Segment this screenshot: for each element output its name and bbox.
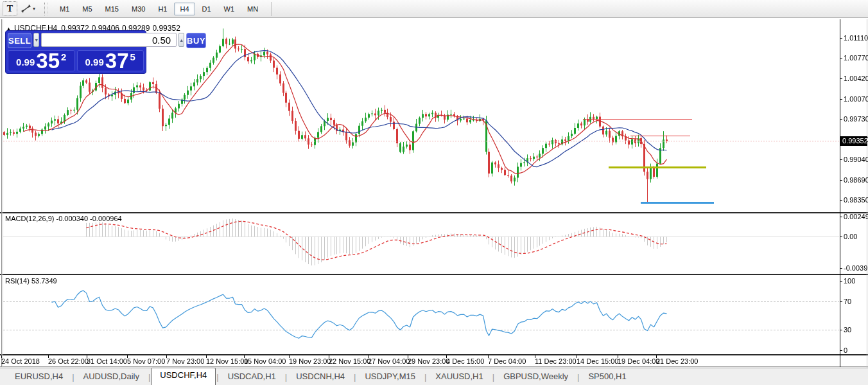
sell-price-prefix: 0.99 xyxy=(16,57,35,67)
chart-tab-usdjpy-m15[interactable]: USDJPY,M15 xyxy=(356,370,424,385)
one-click-trading-panel: SELL ▼ ▲ BUY 0.99 35 2 0.99 37 5 xyxy=(5,30,146,74)
chart-tab-audusd-daily[interactable]: AUDUSD,Daily xyxy=(75,370,148,385)
buy-button[interactable]: BUY xyxy=(186,33,206,48)
time-axis-label: 19 Dec 04:00 xyxy=(618,357,659,365)
price-tick-label: 1.00070 xyxy=(844,95,868,103)
arrows-icon xyxy=(21,4,31,13)
sell-button[interactable]: SELL xyxy=(8,33,31,48)
time-axis-label: 22 Nov 15:00 xyxy=(329,357,370,365)
sell-price-tile[interactable]: 0.99 35 2 xyxy=(8,50,75,71)
timeframe-button-d1[interactable]: D1 xyxy=(196,3,217,15)
rsi-tick-label: 30 xyxy=(844,326,851,334)
time-axis-label: 11 Dec 23:00 xyxy=(535,357,577,365)
rsi-tick-label: 0 xyxy=(844,346,847,354)
price-tick-label: 1.00420 xyxy=(844,75,868,82)
chart-tab-usdcad-h1[interactable]: USDCAD,H1 xyxy=(220,370,284,385)
chart-tab-usdcnh-h4[interactable]: USDCNH,H4 xyxy=(288,370,353,385)
price-tick-label: 1.01110 xyxy=(844,34,868,42)
timeframe-button-w1[interactable]: W1 xyxy=(218,3,241,15)
timeframe-button-m1[interactable]: M1 xyxy=(54,3,75,15)
time-axis-label: 26 Oct 22:00 xyxy=(48,357,89,365)
chart-tab-usdchf-h4[interactable]: USDCHF,H4 xyxy=(151,368,216,385)
time-axis-label: 15 Nov 04:00 xyxy=(244,357,286,365)
macd-indicator-label: MACD(12,26,9) -0.000340 -0.000964 xyxy=(5,215,122,222)
sell-price-big: 35 xyxy=(36,52,60,69)
rsi-tick-label: 70 xyxy=(844,298,851,305)
chart-tab-xauusd-h1[interactable]: XAUUSD,H1 xyxy=(427,370,491,385)
time-axis-label: 24 Oct 2018 xyxy=(1,357,40,365)
toolbar-grip[interactable] xyxy=(44,3,48,15)
buy-price-prefix: 0.99 xyxy=(85,57,104,67)
time-axis-label: 29 Nov 23:00 xyxy=(408,357,449,365)
timeframe-button-m15[interactable]: M15 xyxy=(100,3,125,15)
price-tick-label: 0.98350 xyxy=(844,196,868,204)
price-tick-label: 0.98690 xyxy=(844,176,868,184)
chart-tab-eurusd-h4[interactable]: EURUSD,H4 xyxy=(6,370,71,385)
macd-tick-label: -0.003913 xyxy=(844,264,868,272)
time-axis-label: 19 Nov 23:00 xyxy=(289,357,331,365)
time-axis-label: 4 Dec 15:00 xyxy=(446,357,484,365)
time-axis-label: 7 Dec 04:00 xyxy=(488,357,526,365)
volume-increase-button[interactable]: ▲ xyxy=(178,33,184,47)
volume-decrease-button[interactable]: ▼ xyxy=(33,33,39,47)
macd-tick-label: 0.00 xyxy=(844,233,857,240)
timeframe-button-h1[interactable]: H1 xyxy=(152,3,173,15)
buy-price-big: 37 xyxy=(105,52,129,69)
current-price-badge: 0.99352 xyxy=(840,136,867,146)
chevron-down-icon: ▾ xyxy=(33,6,35,12)
sell-price-sup: 2 xyxy=(61,51,66,62)
chart-tab-bar: EURUSD,H4|AUDUSD,Daily|USDCHF,H4|USDCAD,… xyxy=(0,368,868,385)
timeframe-button-mn[interactable]: MN xyxy=(241,3,264,15)
time-axis-label: 12 Nov 15:00 xyxy=(206,357,248,365)
macd-tick-label: 0.002492 xyxy=(844,213,868,220)
time-axis-label: 5 Nov 07:00 xyxy=(127,357,165,365)
chart-tab-gbpusd-weekly[interactable]: GBPUSD,Weekly xyxy=(495,370,577,385)
ohlc-close: 0.99352 xyxy=(152,24,180,33)
toolbar: T ▾ M1M5M15M30H1H4D1W1MN xyxy=(0,0,868,18)
timeframe-toolbar: M1M5M15M30H1H4D1W1MN xyxy=(53,3,265,15)
buy-price-tile[interactable]: 0.99 37 5 xyxy=(77,50,144,71)
timeframe-button-h4[interactable]: H4 xyxy=(174,3,195,15)
text-tool-button[interactable]: T xyxy=(3,1,17,16)
timeframe-button-m5[interactable]: M5 xyxy=(76,3,98,15)
toolbar-separator xyxy=(271,2,272,16)
time-axis-label: 7 Nov 23:00 xyxy=(166,357,204,365)
time-axis-label: 27 Nov 04:00 xyxy=(368,357,410,365)
price-tick-label: 1.00770 xyxy=(844,54,868,62)
volume-input[interactable] xyxy=(41,33,177,47)
time-axis-label: 14 Dec 15:00 xyxy=(577,357,618,365)
arrows-tool-button[interactable]: ▾ xyxy=(19,2,37,15)
chart-tab-sp500-h1[interactable]: SP500,H1 xyxy=(580,370,634,385)
buy-price-sup: 5 xyxy=(130,51,135,62)
rsi-tick-label: 100 xyxy=(844,277,855,285)
time-axis-label: 31 Oct 14:00 xyxy=(87,357,127,365)
price-tick-label: 0.99040 xyxy=(844,156,868,163)
time-axis-label: 21 Dec 23:00 xyxy=(656,357,698,365)
price-tick-label: 0.99730 xyxy=(844,115,868,123)
rsi-indicator-label: RSI(14) 53.7349 xyxy=(5,277,57,285)
timeframe-button-m30[interactable]: M30 xyxy=(126,3,151,15)
